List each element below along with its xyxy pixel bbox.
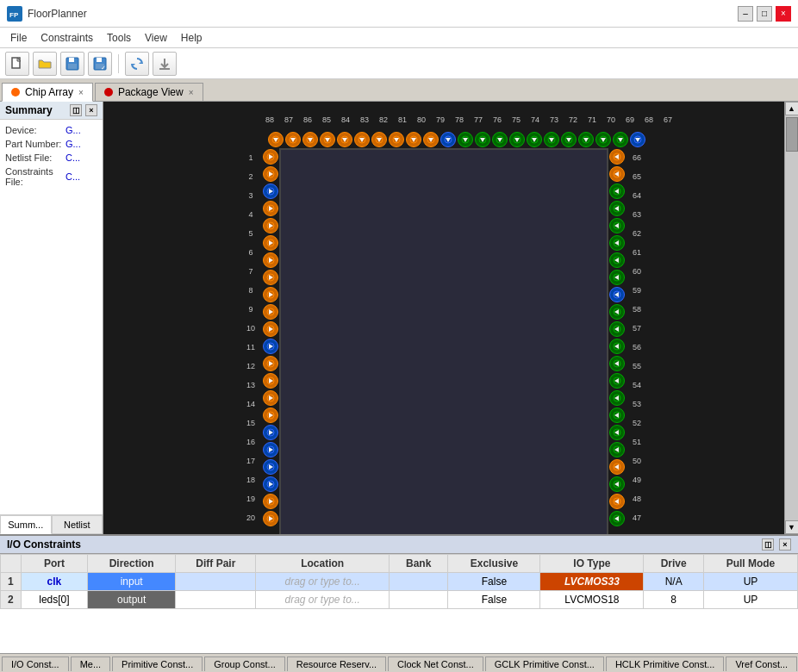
chip-pin[interactable] (263, 339, 278, 354)
refresh-button[interactable] (125, 52, 149, 76)
chip-pin[interactable] (609, 339, 625, 354)
chip-pin[interactable] (609, 356, 625, 371)
chip-pin[interactable] (492, 132, 508, 147)
bottom-tab-8[interactable]: Vref Const... (726, 656, 797, 671)
down-arrow-button[interactable] (153, 52, 177, 76)
chip-pin[interactable] (609, 373, 625, 389)
chip-pin[interactable] (263, 494, 278, 509)
chip-pin[interactable] (609, 218, 625, 233)
bottom-tab-6[interactable]: GCLK Primitive Const... (485, 656, 604, 671)
port-cell[interactable]: leds[0] (21, 591, 87, 609)
io-type-cell[interactable]: LVCMOS33 (540, 573, 644, 591)
location-cell[interactable]: drag or type to... (256, 591, 389, 609)
chip-pin[interactable] (609, 390, 625, 406)
bottom-tab-1[interactable]: Me... (71, 656, 110, 671)
chip-pin[interactable] (263, 476, 278, 492)
bottom-tab-2[interactable]: Primitive Const... (112, 656, 203, 671)
chip-pin[interactable] (609, 201, 625, 216)
bottom-tab-5[interactable]: Clock Net Const... (388, 656, 483, 671)
chip-pin[interactable] (609, 511, 625, 526)
chip-pin[interactable] (440, 132, 456, 147)
chip-pin[interactable] (609, 304, 625, 320)
chip-pin[interactable] (263, 425, 278, 440)
chip-pin[interactable] (263, 184, 278, 199)
chip-pin[interactable] (609, 166, 625, 182)
chip-pin[interactable] (263, 390, 278, 406)
chip-pin[interactable] (609, 494, 625, 509)
bottom-tab-7[interactable]: HCLK Primitive Const... (606, 656, 725, 671)
chip-pin[interactable] (609, 408, 625, 423)
direction-cell[interactable]: output (88, 591, 176, 609)
location-cell[interactable]: drag or type to... (256, 573, 389, 591)
chip-pin[interactable] (263, 511, 278, 526)
chip-pin[interactable] (609, 459, 625, 475)
save-button[interactable] (60, 52, 84, 76)
io-restore-button[interactable]: ◫ (762, 538, 774, 551)
chip-pin[interactable] (561, 132, 577, 147)
summary-restore-button[interactable]: ◫ (70, 104, 82, 116)
new-button[interactable] (5, 52, 29, 76)
chip-pin[interactable] (609, 252, 625, 268)
chip-pin[interactable] (475, 132, 490, 147)
chip-pin[interactable] (613, 132, 628, 147)
bottom-tab-3[interactable]: Group Const... (204, 656, 285, 671)
chip-pin[interactable] (263, 321, 278, 337)
chip-pin[interactable] (630, 132, 645, 147)
chip-pin[interactable] (263, 201, 278, 216)
chip-pin[interactable] (609, 235, 625, 251)
tab-chip-array[interactable]: Chip Array × (2, 83, 93, 102)
close-button[interactable]: × (776, 6, 791, 22)
constraints-value[interactable]: C... (65, 171, 80, 182)
chip-pin[interactable] (458, 132, 473, 147)
panel-tab-summary[interactable]: Summ... (0, 515, 52, 534)
chip-pin[interactable] (609, 287, 625, 302)
chip-pin[interactable] (595, 132, 611, 147)
chip-pin[interactable] (609, 270, 625, 285)
chip-pin[interactable] (423, 132, 439, 147)
chip-pin[interactable] (609, 149, 625, 165)
chip-pin[interactable] (320, 132, 335, 147)
chip-pin[interactable] (371, 132, 387, 147)
scroll-thumb[interactable] (786, 117, 798, 152)
chip-pin[interactable] (406, 132, 421, 147)
device-value[interactable]: G... (65, 125, 81, 135)
netlist-value[interactable]: C... (65, 152, 80, 163)
summary-close-button[interactable]: × (85, 104, 97, 116)
chip-pin[interactable] (285, 132, 301, 147)
io-table-row[interactable]: 2leds[0]outputdrag or type to...FalseLVC… (1, 591, 798, 609)
chip-pin[interactable] (389, 132, 404, 147)
tab-package-view[interactable]: Package View × (95, 83, 203, 101)
bottom-tab-0[interactable]: I/O Const... (2, 656, 69, 671)
chip-pin[interactable] (268, 132, 284, 147)
chip-pin[interactable] (263, 408, 278, 423)
io-table-row[interactable]: 1clkinputdrag or type to...FalseLVCMOS33… (1, 573, 798, 591)
chip-pin[interactable] (609, 442, 625, 457)
chip-pin[interactable] (354, 132, 370, 147)
minimize-button[interactable]: – (738, 6, 753, 22)
chip-pin[interactable] (263, 252, 278, 268)
tab-chip-array-close[interactable]: × (78, 88, 84, 97)
chip-pin[interactable] (263, 356, 278, 371)
chip-pin[interactable] (609, 321, 625, 337)
scroll-up-button[interactable]: ▲ (785, 102, 799, 115)
io-type-cell[interactable]: LVCMOS18 (540, 591, 644, 609)
chip-pin[interactable] (609, 184, 625, 199)
chip-pin[interactable] (263, 304, 278, 320)
bottom-tab-4[interactable]: Resource Reserv... (287, 656, 386, 671)
chip-pin[interactable] (263, 459, 278, 475)
partnum-value[interactable]: G... (65, 139, 81, 149)
menu-item-file[interactable]: File (3, 30, 34, 46)
save-as-button[interactable]: ✓ (88, 52, 112, 76)
chip-pin[interactable] (544, 132, 559, 147)
chip-pin[interactable] (578, 132, 594, 147)
port-cell[interactable]: clk (21, 573, 87, 591)
chip-pin[interactable] (263, 373, 278, 389)
panel-tab-netlist[interactable]: Netlist (52, 515, 103, 534)
chip-pin[interactable] (263, 442, 278, 457)
chip-pin[interactable] (263, 149, 278, 165)
chip-pin[interactable] (509, 132, 525, 147)
menu-item-constraints[interactable]: Constraints (34, 30, 100, 46)
direction-cell[interactable]: input (88, 573, 176, 591)
chip-pin[interactable] (263, 218, 278, 233)
chip-pin[interactable] (527, 132, 542, 147)
